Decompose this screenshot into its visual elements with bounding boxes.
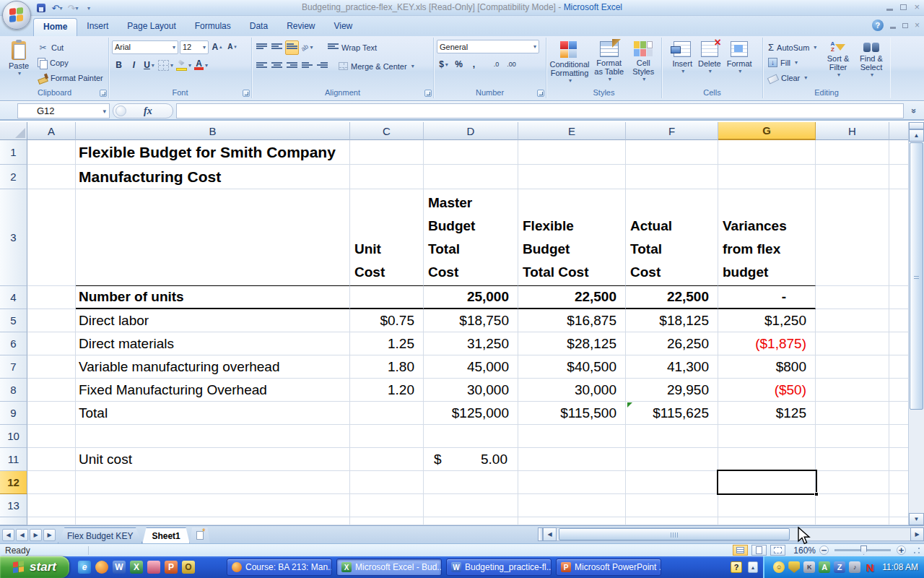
cell[interactable] (816, 448, 889, 471)
cell[interactable]: 1.25 (350, 332, 424, 355)
cell[interactable]: 25,000 (424, 286, 518, 309)
row-header-2[interactable]: 2 (0, 165, 27, 189)
cell[interactable]: $40,500 (518, 355, 626, 379)
formula-input[interactable] (176, 103, 904, 118)
row-header-10[interactable]: 10 (0, 425, 27, 448)
column-header-d[interactable]: D (424, 122, 518, 140)
cell[interactable] (350, 286, 424, 309)
cell[interactable] (816, 165, 889, 189)
cell[interactable]: 29,950 (626, 379, 718, 402)
tab-home[interactable]: Home (33, 18, 77, 36)
clear-button[interactable]: Clear▾ (766, 70, 822, 85)
tray-messenger-icon[interactable]: ☺ (773, 561, 785, 573)
vertical-scrollbar[interactable]: ▲ ▼ (908, 122, 924, 525)
number-dialog-launcher-icon[interactable] (537, 90, 544, 97)
cell[interactable] (350, 165, 424, 189)
cell[interactable] (626, 494, 718, 517)
cell[interactable] (27, 332, 76, 355)
format-as-table-button[interactable]: Format as Table ▾ (591, 40, 627, 87)
merge-center-button[interactable]: Merge & Center▾ (336, 59, 417, 74)
office-button[interactable] (2, 1, 31, 30)
column-header-f[interactable]: F (626, 122, 718, 140)
cell[interactable]: $125,000 (424, 402, 518, 425)
paste-button[interactable]: Paste ▾ (4, 40, 34, 86)
bottom-align-button[interactable] (285, 40, 299, 55)
page-layout-view-button[interactable] (751, 545, 767, 556)
cell[interactable] (424, 425, 518, 448)
tab-formulas[interactable]: Formulas (186, 18, 240, 36)
cell[interactable] (27, 286, 76, 309)
cell[interactable]: 41,300 (626, 355, 718, 379)
cell[interactable] (76, 494, 350, 517)
number-format-select[interactable]: General▾ (437, 40, 539, 53)
tray-antivirus-icon[interactable]: A (819, 561, 830, 573)
sheet-tab-flex-budget-key[interactable]: Flex Budget KEY (58, 527, 142, 543)
scroll-down-icon[interactable]: ▼ (909, 513, 924, 525)
quick-launch-key-icon[interactable] (147, 561, 160, 574)
expand-formula-bar-icon[interactable]: » (907, 103, 921, 119)
minimize-button[interactable] (886, 9, 893, 11)
cell[interactable]: 30,000 (518, 379, 626, 402)
cell[interactable] (626, 425, 718, 448)
cell[interactable] (816, 425, 889, 448)
cut-button[interactable]: ✂Cut (35, 40, 105, 55)
font-dialog-launcher-icon[interactable] (243, 90, 250, 97)
tab-split-handle[interactable] (538, 527, 543, 541)
cell[interactable]: $28,125 (518, 332, 626, 355)
horizontal-scrollbar[interactable]: ◀ ▶ (538, 527, 924, 542)
cell[interactable] (424, 494, 518, 517)
italic-button[interactable]: I (127, 58, 141, 72)
cell[interactable] (76, 189, 350, 286)
cell[interactable] (518, 471, 626, 494)
align-center-button[interactable] (270, 59, 284, 74)
row-header-4[interactable]: 4 (0, 286, 27, 309)
cell[interactable] (626, 140, 718, 165)
cell[interactable]: 26,250 (626, 332, 718, 355)
tab-view[interactable]: View (324, 18, 362, 36)
cell[interactable] (27, 494, 76, 517)
cell[interactable]: Direct labor (76, 309, 350, 332)
cell-styles-button[interactable]: Cell Styles ▾ (628, 40, 658, 87)
next-sheet-icon[interactable]: ▶ (30, 529, 42, 541)
cell[interactable] (816, 140, 889, 165)
cell[interactable] (27, 140, 76, 165)
insert-cells-button[interactable]: Insert ▾ (670, 40, 694, 87)
cell[interactable]: Number of units (76, 286, 350, 309)
cell[interactable] (816, 379, 889, 402)
column-header-e[interactable]: E (518, 122, 626, 140)
borders-button[interactable]: ▾ (157, 58, 174, 72)
cell[interactable]: $18,125 (626, 309, 718, 332)
row-header-3[interactable]: 3 (0, 189, 27, 286)
insert-function-button[interactable]: fx (113, 103, 173, 118)
row-header-6[interactable]: 6 (0, 332, 27, 355)
top-align-button[interactable] (255, 40, 269, 55)
cell[interactable]: Variable manufacturing overhead (76, 355, 350, 379)
cell[interactable]: 1.80 (350, 355, 424, 379)
cell[interactable]: Unit Cost (350, 189, 424, 286)
cell[interactable]: 1.20 (350, 379, 424, 402)
taskbar-item-firefox[interactable]: Course: BA 213: Man... (227, 558, 332, 576)
workbook-close-button[interactable]: × (915, 20, 920, 30)
zoom-in-button[interactable]: + (897, 545, 906, 555)
workbook-minimize-button[interactable] (890, 27, 896, 29)
cell[interactable] (518, 448, 626, 471)
cell[interactable] (424, 471, 518, 494)
cell[interactable]: ($1,875) (718, 332, 816, 355)
cell[interactable]: $1,250 (718, 309, 816, 332)
taskbar-item-word[interactable]: WBudgeting_practice-fl... (446, 558, 552, 576)
cell[interactable] (626, 165, 718, 189)
cell[interactable]: $115,500 (518, 402, 626, 425)
fill-color-button[interactable]: ▾ (175, 58, 192, 72)
bold-button[interactable]: B (112, 58, 126, 72)
tray-key-icon[interactable]: K (803, 561, 815, 573)
row-header-12[interactable]: 12 (0, 471, 27, 494)
cell[interactable]: $125 (718, 402, 816, 425)
cell[interactable] (27, 448, 76, 471)
first-sheet-icon[interactable]: ◀ (2, 529, 14, 541)
row-header-11[interactable]: 11 (0, 448, 27, 471)
quick-launch-ie-icon[interactable]: e (78, 561, 91, 574)
row-header-7[interactable]: 7 (0, 355, 27, 379)
zoom-out-button[interactable]: − (819, 545, 829, 555)
tray-shield-icon[interactable] (788, 561, 800, 573)
cell[interactable]: $115,625 (626, 402, 718, 425)
